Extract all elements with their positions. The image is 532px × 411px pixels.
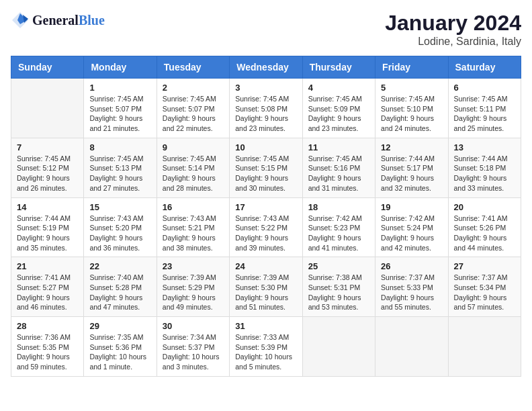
- header: GeneralBlue January 2024 Lodine, Sardini…: [11, 11, 521, 48]
- day-info: Sunrise: 7:41 AMSunset: 5:27 PMDaylight:…: [17, 273, 78, 312]
- day-info: Sunrise: 7:37 AMSunset: 5:33 PMDaylight:…: [381, 273, 442, 312]
- day-cell: 3Sunrise: 7:45 AMSunset: 5:08 PMDaylight…: [230, 79, 302, 138]
- day-cell: 4Sunrise: 7:45 AMSunset: 5:09 PMDaylight…: [302, 79, 375, 138]
- day-cell: 26Sunrise: 7:37 AMSunset: 5:33 PMDayligh…: [375, 257, 448, 317]
- day-number: 16: [163, 202, 224, 212]
- day-number: 13: [454, 142, 515, 152]
- day-number: 12: [381, 142, 442, 152]
- day-cell: 28Sunrise: 7:36 AMSunset: 5:35 PMDayligh…: [11, 317, 84, 377]
- day-info: Sunrise: 7:33 AMSunset: 5:39 PMDaylight:…: [235, 332, 296, 372]
- day-number: 28: [17, 321, 78, 331]
- day-info: Sunrise: 7:36 AMSunset: 5:35 PMDaylight:…: [17, 332, 78, 372]
- day-cell: 25Sunrise: 7:38 AMSunset: 5:31 PMDayligh…: [302, 257, 375, 317]
- day-info: Sunrise: 7:45 AMSunset: 5:11 PMDaylight:…: [454, 94, 515, 134]
- header-row: Sunday Monday Tuesday Wednesday Thursday…: [11, 56, 521, 79]
- col-wednesday: Wednesday: [230, 56, 302, 79]
- day-info: Sunrise: 7:40 AMSunset: 5:28 PMDaylight:…: [89, 273, 150, 312]
- day-number: 5: [381, 83, 442, 93]
- day-number: 17: [235, 202, 296, 212]
- day-cell: [448, 317, 521, 377]
- day-info: Sunrise: 7:44 AMSunset: 5:17 PMDaylight:…: [381, 154, 442, 193]
- day-number: 4: [308, 83, 369, 93]
- week-row-0: 1Sunrise: 7:45 AMSunset: 5:07 PMDaylight…: [11, 79, 521, 138]
- day-cell: 16Sunrise: 7:43 AMSunset: 5:21 PMDayligh…: [157, 197, 229, 257]
- week-row-4: 28Sunrise: 7:36 AMSunset: 5:35 PMDayligh…: [11, 317, 521, 377]
- day-cell: [11, 79, 84, 138]
- day-number: 27: [454, 261, 515, 271]
- day-info: Sunrise: 7:42 AMSunset: 5:24 PMDaylight:…: [381, 214, 442, 253]
- day-cell: 29Sunrise: 7:35 AMSunset: 5:36 PMDayligh…: [84, 317, 157, 377]
- location-title: Lodine, Sardinia, Italy: [385, 36, 521, 48]
- day-number: 7: [17, 142, 78, 152]
- day-info: Sunrise: 7:44 AMSunset: 5:18 PMDaylight:…: [454, 154, 515, 193]
- day-number: 26: [381, 261, 442, 271]
- logo: GeneralBlue: [11, 11, 105, 30]
- day-cell: 27Sunrise: 7:37 AMSunset: 5:34 PMDayligh…: [448, 257, 521, 317]
- day-cell: 12Sunrise: 7:44 AMSunset: 5:17 PMDayligh…: [375, 138, 448, 197]
- day-number: 30: [163, 321, 224, 331]
- day-number: 21: [17, 261, 78, 271]
- day-info: Sunrise: 7:45 AMSunset: 5:07 PMDaylight:…: [89, 94, 150, 134]
- day-cell: 23Sunrise: 7:39 AMSunset: 5:29 PMDayligh…: [157, 257, 229, 317]
- day-cell: 24Sunrise: 7:39 AMSunset: 5:30 PMDayligh…: [230, 257, 302, 317]
- logo-icon: [11, 11, 30, 30]
- day-info: Sunrise: 7:45 AMSunset: 5:13 PMDaylight:…: [89, 154, 150, 193]
- day-info: Sunrise: 7:45 AMSunset: 5:08 PMDaylight:…: [235, 94, 296, 134]
- day-number: 20: [454, 202, 515, 212]
- week-row-3: 21Sunrise: 7:41 AMSunset: 5:27 PMDayligh…: [11, 257, 521, 317]
- day-cell: 7Sunrise: 7:45 AMSunset: 5:12 PMDaylight…: [11, 138, 84, 197]
- day-info: Sunrise: 7:39 AMSunset: 5:30 PMDaylight:…: [235, 273, 296, 312]
- col-tuesday: Tuesday: [157, 56, 229, 79]
- day-cell: 31Sunrise: 7:33 AMSunset: 5:39 PMDayligh…: [230, 317, 302, 377]
- day-cell: 18Sunrise: 7:42 AMSunset: 5:23 PMDayligh…: [302, 197, 375, 257]
- col-monday: Monday: [84, 56, 157, 79]
- day-number: 1: [89, 83, 150, 93]
- day-cell: 15Sunrise: 7:43 AMSunset: 5:20 PMDayligh…: [84, 197, 157, 257]
- day-info: Sunrise: 7:45 AMSunset: 5:09 PMDaylight:…: [308, 94, 369, 134]
- col-saturday: Saturday: [448, 56, 521, 79]
- day-number: 6: [454, 83, 515, 93]
- day-info: Sunrise: 7:45 AMSunset: 5:07 PMDaylight:…: [163, 94, 224, 134]
- col-thursday: Thursday: [302, 56, 375, 79]
- week-row-1: 7Sunrise: 7:45 AMSunset: 5:12 PMDaylight…: [11, 138, 521, 197]
- day-cell: 17Sunrise: 7:43 AMSunset: 5:22 PMDayligh…: [230, 197, 302, 257]
- col-sunday: Sunday: [11, 56, 84, 79]
- day-cell: 9Sunrise: 7:45 AMSunset: 5:14 PMDaylight…: [157, 138, 229, 197]
- day-cell: 13Sunrise: 7:44 AMSunset: 5:18 PMDayligh…: [448, 138, 521, 197]
- day-info: Sunrise: 7:41 AMSunset: 5:26 PMDaylight:…: [454, 214, 515, 253]
- day-cell: 21Sunrise: 7:41 AMSunset: 5:27 PMDayligh…: [11, 257, 84, 317]
- day-number: 25: [308, 261, 369, 271]
- day-cell: 22Sunrise: 7:40 AMSunset: 5:28 PMDayligh…: [84, 257, 157, 317]
- week-row-2: 14Sunrise: 7:44 AMSunset: 5:19 PMDayligh…: [11, 197, 521, 257]
- day-info: Sunrise: 7:38 AMSunset: 5:31 PMDaylight:…: [308, 273, 369, 312]
- day-info: Sunrise: 7:44 AMSunset: 5:19 PMDaylight:…: [17, 214, 78, 253]
- day-number: 24: [235, 261, 296, 271]
- day-cell: 11Sunrise: 7:45 AMSunset: 5:16 PMDayligh…: [302, 138, 375, 197]
- col-friday: Friday: [375, 56, 448, 79]
- day-cell: 14Sunrise: 7:44 AMSunset: 5:19 PMDayligh…: [11, 197, 84, 257]
- day-info: Sunrise: 7:45 AMSunset: 5:10 PMDaylight:…: [381, 94, 442, 134]
- day-info: Sunrise: 7:45 AMSunset: 5:16 PMDaylight:…: [308, 154, 369, 193]
- day-info: Sunrise: 7:45 AMSunset: 5:14 PMDaylight:…: [163, 154, 224, 193]
- calendar-table: Sunday Monday Tuesday Wednesday Thursday…: [11, 56, 521, 377]
- day-cell: 20Sunrise: 7:41 AMSunset: 5:26 PMDayligh…: [448, 197, 521, 257]
- day-cell: 5Sunrise: 7:45 AMSunset: 5:10 PMDaylight…: [375, 79, 448, 138]
- day-info: Sunrise: 7:34 AMSunset: 5:37 PMDaylight:…: [163, 332, 224, 372]
- day-cell: 10Sunrise: 7:45 AMSunset: 5:15 PMDayligh…: [230, 138, 302, 197]
- day-number: 14: [17, 202, 78, 212]
- day-info: Sunrise: 7:45 AMSunset: 5:15 PMDaylight:…: [235, 154, 296, 193]
- day-info: Sunrise: 7:43 AMSunset: 5:22 PMDaylight:…: [235, 214, 296, 253]
- day-cell: 6Sunrise: 7:45 AMSunset: 5:11 PMDaylight…: [448, 79, 521, 138]
- day-number: 29: [89, 321, 150, 331]
- day-cell: [302, 317, 375, 377]
- day-info: Sunrise: 7:42 AMSunset: 5:23 PMDaylight:…: [308, 214, 369, 253]
- day-info: Sunrise: 7:39 AMSunset: 5:29 PMDaylight:…: [163, 273, 224, 312]
- day-number: 11: [308, 142, 369, 152]
- day-number: 23: [163, 261, 224, 271]
- day-number: 31: [235, 321, 296, 331]
- title-area: January 2024 Lodine, Sardinia, Italy: [385, 11, 521, 48]
- day-info: Sunrise: 7:45 AMSunset: 5:12 PMDaylight:…: [17, 154, 78, 193]
- day-cell: [375, 317, 448, 377]
- day-info: Sunrise: 7:43 AMSunset: 5:21 PMDaylight:…: [163, 214, 224, 253]
- day-number: 9: [163, 142, 224, 152]
